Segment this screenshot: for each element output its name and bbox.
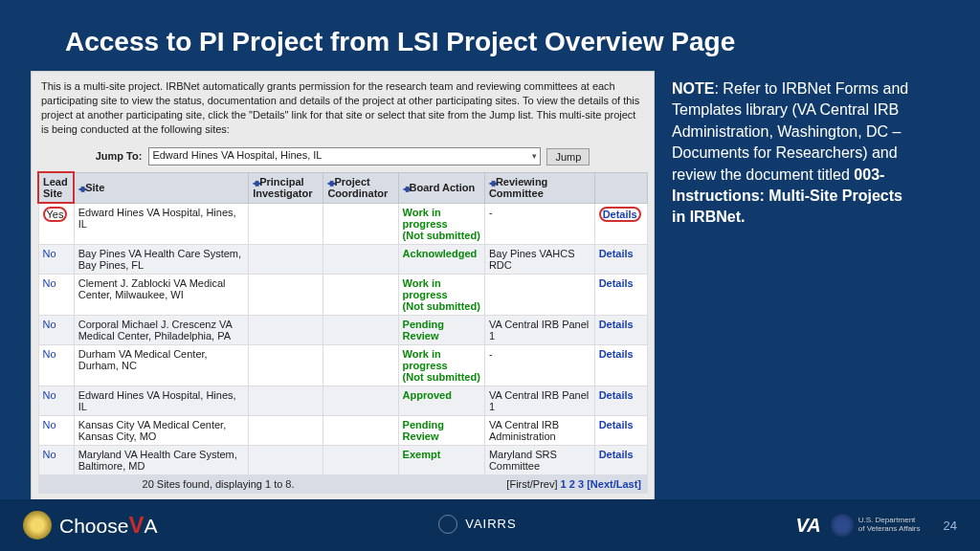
sort-icon: ◀▶	[327, 179, 333, 187]
site-cell: Corporal Michael J. Crescenz VA Medical …	[74, 315, 248, 344]
board-action-value: Acknowledged	[403, 248, 478, 259]
site-cell: Durham VA Medical Center, Durham, NC	[74, 344, 248, 386]
lead-site-value: Yes	[43, 207, 68, 222]
table-row: NoDurham VA Medical Center, Durham, NCWo…	[38, 344, 648, 386]
rc-cell: VA Central IRB Panel 1	[484, 386, 594, 415]
pi-cell	[249, 344, 323, 386]
col-pc[interactable]: ◀▶Project Coordinator	[323, 172, 398, 203]
lead-site-value: No	[43, 389, 56, 401]
lead-site-value: No	[43, 419, 56, 430]
col-board-action[interactable]: ◀▶Board Action	[398, 172, 484, 203]
pc-cell	[323, 445, 398, 474]
pc-cell	[323, 386, 398, 415]
network-icon	[436, 513, 459, 536]
pi-cell	[249, 315, 323, 344]
footer-center: VAIRRS	[157, 513, 795, 539]
site-cell: Maryland VA Health Care System, Baltimor…	[74, 445, 248, 474]
dept-block: U.S. Department of Veterans Affairs	[831, 514, 921, 537]
pager-label: 20 Sites found, displaying 1 to 8.	[38, 474, 398, 493]
jump-select[interactable]: Edward Hines VA Hospital, Hines, IL▾	[148, 147, 541, 165]
lead-site-value: No	[43, 319, 56, 330]
pc-cell	[323, 344, 398, 386]
jump-button[interactable]: Jump	[546, 148, 590, 165]
intro-text: This is a multi-site project. IRBNet aut…	[37, 77, 648, 143]
side-note: NOTE: Refer to IRBNet Forms and Template…	[655, 71, 913, 500]
checkmark-icon: V	[128, 512, 144, 538]
pc-cell	[323, 315, 398, 344]
details-link[interactable]: Details	[599, 389, 634, 401]
irbnet-panel: This is a multi-site project. IRBNet aut…	[31, 71, 655, 500]
col-lead-site[interactable]: Lead Site	[38, 172, 74, 203]
site-cell: Edward Hines VA Hospital, Hines, IL	[74, 203, 248, 244]
pc-cell	[323, 415, 398, 445]
details-link[interactable]: Details	[599, 319, 634, 330]
site-cell: Bay Pines VA Health Care System, Bay Pin…	[74, 244, 248, 274]
jump-row: Jump To: Edward Hines VA Hospital, Hines…	[37, 143, 648, 171]
board-action-value: Pending Review	[403, 419, 444, 442]
col-site[interactable]: ◀▶Site	[74, 172, 248, 203]
board-action-value: Work in progress	[403, 348, 448, 371]
col-details	[594, 172, 647, 203]
dept-text: U.S. Department of Veterans Affairs	[858, 517, 921, 534]
board-action-sub: (Not submitted)	[403, 300, 480, 312]
pager-next-last[interactable]: [Next/Last]	[587, 478, 641, 490]
footer-right: VA U.S. Department of Veterans Affairs 2…	[795, 514, 957, 537]
table-row: NoKansas City VA Medical Center, Kansas …	[38, 415, 648, 445]
choose-va-logo: ChooseVA	[59, 512, 157, 539]
chevron-down-icon: ▾	[532, 151, 537, 161]
sort-icon: ◀▶	[489, 179, 495, 187]
pc-cell	[323, 244, 398, 274]
table-row: NoClement J. Zablocki VA Medical Center,…	[38, 274, 648, 315]
rc-cell: Bay Pines VAHCS RDC	[484, 244, 594, 274]
footer-left: ChooseVA	[23, 511, 157, 540]
site-cell: Kansas City VA Medical Center, Kansas Ci…	[74, 415, 248, 445]
pager-page-3[interactable]: 3	[578, 478, 584, 490]
page-number: 24	[944, 518, 957, 533]
site-cell: Clement J. Zablocki VA Medical Center, M…	[74, 274, 248, 315]
table-row: YesEdward Hines VA Hospital, Hines, ILWo…	[38, 203, 648, 244]
jump-label: Jump To:	[96, 150, 143, 162]
rc-cell: Maryland SRS Committee	[484, 445, 594, 474]
dept-seal-icon	[831, 514, 854, 537]
board-action-value: Approved	[403, 389, 452, 401]
details-link[interactable]: Details	[599, 207, 641, 222]
table-row: NoCorporal Michael J. Crescenz VA Medica…	[38, 315, 648, 344]
pager-nav: [First/Prev] 1 2 3 [Next/Last]	[398, 474, 647, 493]
pi-cell	[249, 203, 323, 244]
sort-icon: ◀▶	[253, 179, 258, 187]
lead-site-value: No	[43, 348, 56, 360]
sort-icon: ◀▶	[403, 185, 409, 193]
details-link[interactable]: Details	[599, 277, 634, 289]
details-link[interactable]: Details	[599, 419, 634, 430]
pc-cell	[323, 203, 398, 244]
details-link[interactable]: Details	[599, 348, 634, 360]
rc-cell: -	[484, 344, 594, 386]
sites-table: Lead Site ◀▶Site ◀▶Principal Investigato…	[37, 171, 648, 494]
pi-cell	[249, 386, 323, 415]
va-wordmark: VA	[795, 515, 820, 537]
details-link[interactable]: Details	[599, 449, 634, 460]
details-link[interactable]: Details	[599, 248, 634, 259]
pi-cell	[249, 274, 323, 315]
lead-site-value: No	[43, 449, 56, 460]
pi-cell	[249, 445, 323, 474]
board-action-value: Pending Review	[403, 319, 444, 342]
rc-cell: -	[484, 203, 594, 244]
board-action-value: Work in progress	[403, 277, 448, 300]
pager-row: 20 Sites found, displaying 1 to 8. [Firs…	[38, 474, 648, 493]
pager-page-2[interactable]: 2	[569, 478, 575, 490]
pager-first-prev: [First/Prev]	[506, 478, 557, 490]
pi-cell	[249, 415, 323, 445]
footer: ChooseVA VAIRRS VA U.S. Department of Ve…	[0, 499, 980, 551]
jump-select-value: Edward Hines VA Hospital, Hines, IL	[152, 149, 322, 161]
lead-site-value: No	[43, 248, 56, 259]
vairrs-logo: VAIRRS	[436, 513, 516, 536]
rc-cell: VA Central IRB Administration	[484, 415, 594, 445]
board-action-sub: (Not submitted)	[403, 371, 480, 383]
page-title: Access to PI Project from LSI Project Ov…	[0, 0, 980, 71]
col-reviewing-committee[interactable]: ◀▶Reviewing Committee	[484, 172, 594, 203]
table-row: NoBay Pines VA Health Care System, Bay P…	[38, 244, 648, 274]
pc-cell	[323, 274, 398, 315]
va-seal-icon	[23, 511, 52, 540]
col-pi[interactable]: ◀▶Principal Investigator	[249, 172, 323, 203]
